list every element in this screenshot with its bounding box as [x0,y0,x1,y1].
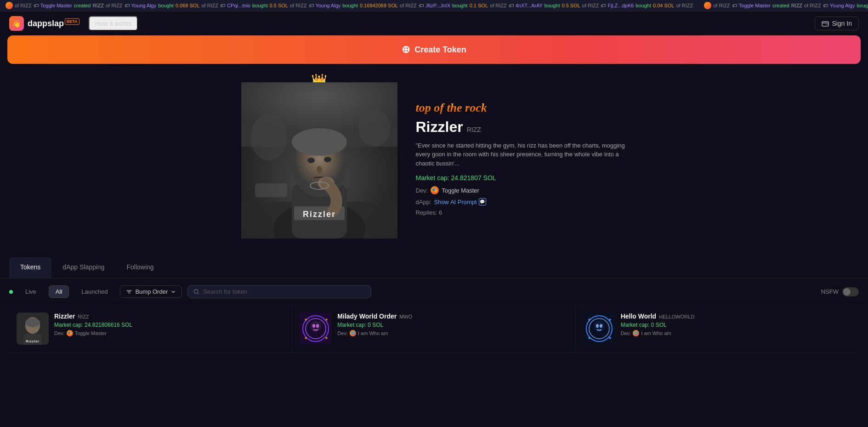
filter-all-button[interactable]: All [49,285,69,298]
token-card[interactable]: ★ ★ ★ ★ Milady World Order MWO Market ca… [292,305,575,353]
svg-text:★: ★ [588,318,591,322]
card-token-name: Hello World [621,313,657,320]
card-token-ticker: MWO [399,314,412,319]
filter-launched-button[interactable]: Launched [74,285,114,298]
card-thumbnail: ★ ★ ★ ★ [300,313,332,345]
dapp-row: dApp: Show AI Prompt 💬 [416,198,627,205]
chat-bubble-icon: 💬 [479,198,486,205]
sort-icon [126,289,132,295]
card-dev: Dev: 🌐 I am Who am [621,330,695,336]
filter-bar: Live All Launched Bump Order NSFW [0,279,868,305]
nsfw-toggle-switch[interactable] [842,287,859,296]
svg-point-1 [827,24,828,25]
token-description: "Ever since he started hitting the gym, … [416,141,627,168]
card-dev: Dev: 🎭 Toggle Master [54,330,132,336]
filter-live-button[interactable]: Live [18,285,43,298]
tokens-grid: Rizzler Rizzler RIZZ Market cap: 24.8218… [0,305,868,353]
navbar: 👋 dappslapBETA How it works Sign In [0,11,868,35]
token-card[interactable]: Rizzler Rizzler RIZZ Market cap: 24.8218… [9,305,292,353]
create-token-banner[interactable]: ⊕ Create Token [7,35,861,64]
svg-text:★: ★ [588,336,591,340]
svg-point-29 [312,324,315,328]
logo-area[interactable]: 👋 dappslapBETA [9,16,79,31]
card-token-name: Milady World Order [337,313,397,320]
card-dev-icon: 🌐 [350,330,356,336]
card-name-row: Rizzler RIZZ [54,313,132,320]
search-icon [193,289,199,295]
svg-rect-0 [822,22,828,26]
svg-text:★: ★ [325,318,328,322]
search-input[interactable] [203,288,365,295]
card-name-row: Milady World Order MWO [337,313,412,320]
replies-row: Replies: 6 [416,209,627,216]
market-cap: Market cap: 24.821807 SOL [416,174,627,182]
svg-text:★: ★ [304,318,307,322]
card-dev: Dev: 🌐 I am Who am [337,330,412,336]
svg-text:★: ★ [608,318,612,322]
card-token-name: Rizzler [54,313,75,320]
tab-dapp-slapping[interactable]: dApp Slapping [51,257,115,278]
ticker-bar: of RIZZ 🏷 Toggle Master created RIZZ of … [0,0,868,11]
svg-rect-17 [255,183,287,197]
show-ai-prompt-button[interactable]: Show AI Prompt 💬 [434,198,486,205]
card-image-rizzler: Rizzler [17,313,49,345]
featured-section: 👑 [0,64,868,257]
svg-point-16 [358,110,391,147]
card-thumbnail: Rizzler [17,313,49,345]
ticker-item-dup: of RIZZ 🏷 Toggle Master created RIZZ of … [698,2,868,9]
card-market-cap: Market cap: 0 SOL [621,322,695,328]
svg-point-9 [292,128,347,156]
chevron-down-icon [170,289,176,295]
tab-tokens[interactable]: Tokens [9,257,51,278]
logo-text: dappslapBETA [28,19,79,28]
how-it-works-button[interactable]: How it works [89,16,138,31]
token-image-wrapper: 👑 [241,82,397,239]
svg-point-40 [600,324,602,328]
svg-point-15 [250,114,287,160]
featured-badge: top of the rock [416,101,627,115]
sign-in-button[interactable]: Sign In [815,17,859,30]
live-indicator [9,290,13,294]
svg-point-10 [307,158,315,163]
tab-following[interactable]: Following [115,257,165,278]
card-market-cap: Market cap: 0 SOL [337,322,412,328]
token-card[interactable]: ★ ★ ★ ★ Hello World HELLOWORLD Market ca… [576,305,859,353]
search-wrapper [187,285,371,298]
dev-name: Toggle Master [442,187,479,194]
svg-text:Rizzler: Rizzler [302,210,335,219]
ticker-inner: of RIZZ 🏷 Toggle Master created RIZZ of … [0,2,868,9]
ticker-item: of RIZZ 🏷 Toggle Master created RIZZ of … [0,2,698,9]
card-market-cap: Market cap: 24.821806616 SOL [54,322,132,328]
svg-point-12 [317,166,322,173]
svg-text:★: ★ [325,336,328,340]
svg-text:Rizzler: Rizzler [26,340,40,343]
card-token-ticker: RIZZ [78,314,89,319]
tabs-section: Tokens dApp Slapping Following [0,257,868,279]
create-token-plus-icon: ⊕ [402,44,410,56]
nsfw-toggle-area: NSFW [821,287,859,296]
bump-order-dropdown[interactable]: Bump Order [120,285,182,298]
card-info: Rizzler RIZZ Market cap: 24.821806616 SO… [54,313,132,336]
card-token-ticker: HELLOWORLD [659,314,694,319]
svg-rect-23 [23,334,42,345]
card-thumbnail: ★ ★ ★ ★ [583,313,615,345]
token-title-row: Rizzler RIZZ [416,119,627,136]
token-ticker: RIZZ [467,126,481,133]
wallet-icon [822,20,829,27]
svg-point-30 [316,324,319,328]
card-info: Hello World HELLOWORLD Market cap: 0 SOL… [621,313,695,336]
svg-text:★: ★ [304,336,307,340]
svg-point-22 [25,318,40,327]
token-name: Rizzler [416,119,463,136]
card-image-hello: ★ ★ ★ ★ [583,313,615,345]
card-info: Milady World Order MWO Market cap: 0 SOL… [337,313,412,336]
ticker-logo-icon [6,2,13,9]
logo-icon: 👋 [9,16,24,31]
svg-point-11 [324,157,331,162]
card-dev-icon: 🌐 [633,330,639,336]
ticker-of: of RIZZ [15,3,32,8]
nsfw-label: NSFW [821,288,839,295]
token-featured-image: Rizzler [241,82,397,239]
replies-label: Replies: 6 [416,209,443,216]
svg-point-39 [596,324,599,328]
